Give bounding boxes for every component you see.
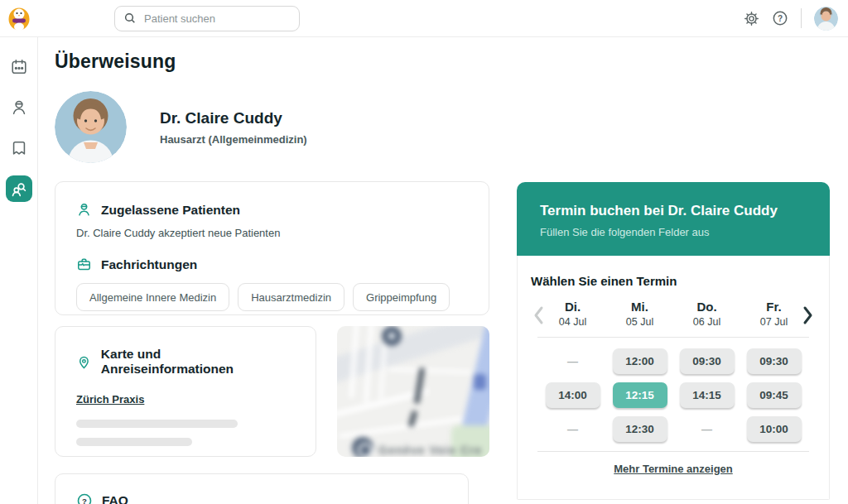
penguin-logo-icon xyxy=(7,5,31,31)
empty-slot: — xyxy=(546,348,600,374)
sidebar-item-notes[interactable] xyxy=(6,135,32,161)
day-selector: Di. 04 Jul Mi. 05 Jul Do. 06 Jul xyxy=(518,300,829,328)
help-button[interactable]: ? xyxy=(772,10,788,26)
time-slot[interactable]: 14:15 xyxy=(680,382,735,408)
bookmark-icon xyxy=(10,139,28,157)
doctor-profile: Dr. Claire Cuddy Hausarzt (Allgemeinmedi… xyxy=(55,91,489,163)
skeleton-bar xyxy=(76,438,192,446)
divider xyxy=(537,451,809,452)
svg-text:?: ? xyxy=(778,14,783,23)
map-marker-icon xyxy=(352,437,373,457)
sidebar-item-referrals[interactable] xyxy=(6,175,32,202)
settings-button[interactable] xyxy=(744,11,759,26)
time-slot[interactable]: 09:30 xyxy=(747,348,802,374)
time-slot-selected[interactable]: 12:15 xyxy=(613,382,667,408)
map-info-card: Karte und Anreiseinformationen Zürich Pr… xyxy=(55,326,316,457)
specialty-chip[interactable]: Grippeimpfung xyxy=(353,283,450,311)
time-slot-grid: — 12:00 09:30 09:30 14:00 12:15 14:15 09… xyxy=(518,348,829,442)
more-appointments-link[interactable]: Mehr Termine anzeigen xyxy=(614,463,733,475)
patient-search xyxy=(114,6,300,31)
time-slot[interactable]: 12:00 xyxy=(613,348,667,374)
gear-icon xyxy=(744,11,759,26)
sidebar-item-patients[interactable] xyxy=(6,94,32,121)
booking-body: Wählen Sie einen Termin Di. 04 Jul xyxy=(517,256,830,500)
map-route-badge xyxy=(474,374,486,390)
topbar-divider xyxy=(801,8,802,28)
day-column: Fr. 07 Jul xyxy=(744,300,804,328)
accepted-patients-card: Zugelassene Patienten Dr. Claire Cuddy a… xyxy=(55,181,489,315)
map-image: Genève Voie Cre xyxy=(337,326,489,457)
map-preview[interactable]: Genève Voie Cre xyxy=(337,326,489,457)
time-slot[interactable]: 09:30 xyxy=(680,348,735,374)
sidebar-item-calendar[interactable] xyxy=(6,54,32,80)
search-input[interactable] xyxy=(144,12,291,25)
specialty-chip[interactable]: Hausarztmedizin xyxy=(238,283,344,311)
booking-title: Termin buchen bei Dr. Claire Cuddy xyxy=(540,201,807,220)
time-slot[interactable]: 10:00 xyxy=(747,416,802,442)
map-caption: Genève Voie Cre xyxy=(378,444,482,457)
skeleton-bar xyxy=(76,420,238,428)
map-road xyxy=(337,326,489,389)
prev-days-button[interactable] xyxy=(532,305,546,326)
map-card-title: Karte und Anreiseinformationen xyxy=(101,347,295,377)
faq-title: FAQ xyxy=(102,493,128,504)
calendar-icon xyxy=(10,58,28,76)
booking-subtitle: Füllen Sie die folgenden Felder aus xyxy=(540,226,807,238)
main-content: Überweisung xyxy=(38,37,848,504)
sidebar xyxy=(0,37,38,504)
top-bar: ? xyxy=(0,0,848,37)
day-column: Di. 04 Jul xyxy=(543,300,603,328)
svg-text:?: ? xyxy=(82,497,87,504)
chevron-right-icon xyxy=(801,305,815,326)
app-logo-penguin[interactable] xyxy=(0,5,38,31)
accepted-patients-title: Zugelassene Patienten xyxy=(101,203,240,218)
patient-icon xyxy=(76,202,92,218)
map-pin-icon xyxy=(382,326,402,346)
faq-card: ? FAQ xyxy=(55,473,469,504)
time-slot[interactable]: 12:30 xyxy=(613,416,667,442)
time-slot[interactable]: 14:00 xyxy=(546,382,600,408)
booking-header: Termin buchen bei Dr. Claire Cuddy Fülle… xyxy=(517,182,830,256)
booking-panel: Termin buchen bei Dr. Claire Cuddy Fülle… xyxy=(517,182,830,500)
location-pin-icon xyxy=(76,354,92,370)
picker-title: Wählen Sie einen Termin xyxy=(518,256,829,288)
accepting-text: Dr. Claire Cuddy akzeptiert neue Patient… xyxy=(76,227,468,239)
time-slot[interactable]: 09:45 xyxy=(747,382,802,408)
user-avatar-image xyxy=(814,7,838,31)
specialties-title: Fachrichtungen xyxy=(101,257,197,272)
find-doctor-icon xyxy=(10,180,27,198)
doctor-specialty: Hausarzt (Allgemeinmedizin) xyxy=(160,133,307,146)
briefcase-icon xyxy=(76,257,92,272)
specialty-chip[interactable]: Allgemeine Innere Medizin xyxy=(76,283,229,311)
doctor-name: Dr. Claire Cuddy xyxy=(160,109,307,127)
divider xyxy=(537,337,809,338)
page-title: Überweisung xyxy=(55,50,489,73)
search-icon xyxy=(123,12,137,25)
specialty-chips: Allgemeine Innere Medizin Hausarztmedizi… xyxy=(76,283,468,311)
faq-icon: ? xyxy=(76,492,93,504)
patient-icon xyxy=(10,98,28,117)
location-link[interactable]: Zürich Praxis xyxy=(76,393,144,406)
user-avatar[interactable] xyxy=(814,7,838,31)
day-column: Mi. 05 Jul xyxy=(610,300,670,328)
chevron-left-icon xyxy=(532,305,546,326)
help-icon: ? xyxy=(772,10,788,26)
empty-slot: — xyxy=(680,416,735,442)
doctor-photo xyxy=(55,91,127,163)
day-column: Do. 06 Jul xyxy=(677,300,737,328)
empty-slot: — xyxy=(546,416,600,442)
next-days-button[interactable] xyxy=(801,305,815,326)
